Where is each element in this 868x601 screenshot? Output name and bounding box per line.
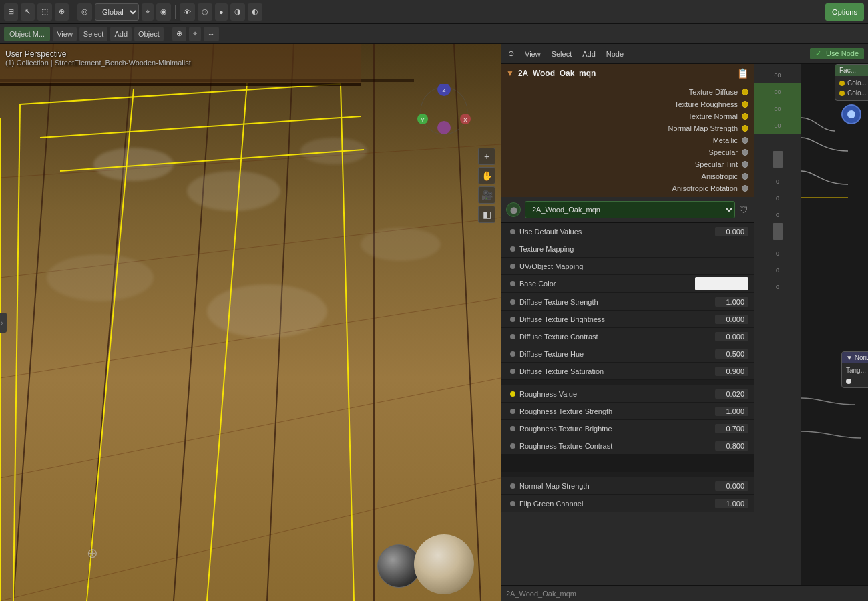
- visibility-btn[interactable]: 👁: [180, 3, 195, 21]
- proportional-btn[interactable]: ◉: [156, 3, 171, 21]
- svg-line-8: [174, 44, 214, 601]
- prop-label-diff-bri: Diffuse Texture Brightness: [519, 315, 712, 323]
- shield-icon: 🛡: [739, 204, 748, 215]
- layout-icon-btn[interactable]: ⊞: [4, 3, 18, 21]
- prop-value-flip-green[interactable]: 1.000: [715, 499, 748, 508]
- prop-diffuse-brightness[interactable]: Diffuse Texture Brightness 0.000: [501, 311, 754, 328]
- num-label-3: 00: [754, 100, 801, 117]
- view-menu-btn[interactable]: View: [53, 27, 77, 41]
- snap-toggle-btn[interactable]: ⌖: [189, 27, 201, 41]
- pivot-icon: ◎: [81, 7, 88, 16]
- prop-value-diff-hue[interactable]: 0.500: [715, 349, 748, 359]
- num-label-8: 0: [776, 206, 779, 223]
- prop-value-diff-con[interactable]: 0.000: [715, 332, 748, 341]
- prop-dot-diff-sat: [510, 369, 515, 374]
- prop-diffuse-saturation[interactable]: Diffuse Texture Saturation 0.900: [501, 363, 754, 380]
- add-menu-btn[interactable]: Add: [110, 27, 132, 41]
- snap-btn[interactable]: ⌖: [142, 3, 154, 21]
- node-select-btn[interactable]: Select: [548, 49, 576, 59]
- node-type-icon: ⬤: [506, 202, 521, 217]
- prop-roughness-contrast[interactable]: Roughness Texture Contrast 0.800: [501, 437, 754, 455]
- prop-label-diff-con: Diffuse Texture Contrast: [519, 333, 712, 341]
- node-selector-dropdown[interactable]: 2A_Wood_Oak_mqn: [525, 201, 735, 218]
- prop-value-rough-bri[interactable]: 0.700: [715, 424, 748, 433]
- prop-base-color[interactable]: Base Color: [501, 275, 754, 293]
- prop-flip-green[interactable]: Flip Green Channel 1.000: [501, 495, 754, 512]
- prop-value-diff-str[interactable]: 1.000: [715, 297, 748, 307]
- socket-row-texture-normal: Texture Normal: [501, 110, 754, 122]
- prop-value-rough-con[interactable]: 0.800: [715, 441, 748, 451]
- node-editor-icon-btn[interactable]: ⊙: [505, 48, 517, 59]
- prop-value-default[interactable]: 0.000: [715, 227, 748, 236]
- prop-dot-uvmap: [510, 264, 515, 269]
- svg-point-17: [361, 228, 441, 261]
- num-label-1: 00: [774, 67, 781, 83]
- prop-label-flip-green: Flip Green Channel: [519, 499, 712, 508]
- node-selector-row: ⬤ 2A_Wood_Oak_mqn 🛡: [501, 197, 754, 223]
- number-strip: 00 00 00 00 0 0 0 0 0 0: [754, 64, 801, 295]
- rendered-view-btn[interactable]: ◧: [478, 206, 495, 223]
- proportional-edit-btn[interactable]: ⊕: [172, 27, 186, 41]
- prop-diffuse-strength[interactable]: Diffuse Texture Strength 1.000: [501, 293, 754, 311]
- pan-btn[interactable]: ✋: [478, 167, 495, 184]
- prop-uv-mapping[interactable]: UV/Object Mapping: [501, 258, 754, 275]
- prop-value-basecolor[interactable]: [695, 277, 748, 290]
- node-card-nori[interactable]: ▼ Nori... Tang...: [841, 351, 868, 388]
- prop-value-rough-str[interactable]: 1.000: [715, 407, 748, 416]
- num-label-4: 00: [754, 117, 801, 134]
- transform-space-select[interactable]: Global: [95, 3, 139, 21]
- node-connector-blue[interactable]: [841, 104, 861, 124]
- zoom-in-btn[interactable]: +: [478, 148, 495, 165]
- prop-value-diff-sat[interactable]: 0.900: [715, 367, 748, 376]
- prop-diffuse-contrast[interactable]: Diffuse Texture Contrast 0.000: [501, 328, 754, 345]
- shading-solid-btn[interactable]: ●: [215, 3, 228, 21]
- prop-use-default[interactable]: Use Default Values 0.000: [501, 223, 754, 240]
- node-graph-partial[interactable]: 00 00 00 00 0 0 0 0 0 0: [754, 64, 868, 601]
- node-card-fac[interactable]: Fac... Colo... Colo...: [835, 64, 868, 101]
- prop-roughness-strength[interactable]: Roughness Texture Strength 1.000: [501, 403, 754, 420]
- transform-icon: ⊕: [59, 7, 65, 16]
- nav-gizmo[interactable]: Z X Y: [417, 84, 471, 140]
- svg-text:X: X: [463, 117, 467, 123]
- cursor-btn[interactable]: ↖: [21, 3, 35, 21]
- select-menu-btn[interactable]: Select: [79, 27, 108, 41]
- xray-btn[interactable]: ◎: [198, 3, 212, 21]
- viewport-3d[interactable]: User Perspective (1) Collection | Street…: [0, 44, 501, 601]
- shading-material-btn[interactable]: ◑: [230, 3, 245, 21]
- object-menu-btn[interactable]: Object: [134, 27, 164, 41]
- socket-row-normal-strength: Normal Map Strength: [501, 122, 754, 134]
- object-mode-btn[interactable]: Object M...: [4, 27, 50, 41]
- prop-dot-flip-green: [510, 501, 515, 506]
- prop-normal-strength[interactable]: Normal Map Strength 0.000: [501, 477, 754, 495]
- prop-value-diff-bri[interactable]: 0.000: [715, 315, 748, 324]
- prop-value-norm-str[interactable]: 0.000: [715, 481, 748, 491]
- top-toolbar: ⊞ ↖ ⬚ ⊕ ◎ Global ⌖ ◉ 👁 ◎ ● ◑ ◐ Options: [0, 0, 868, 24]
- node-add-btn[interactable]: Add: [579, 49, 599, 59]
- prop-dot-texmap: [510, 246, 515, 252]
- use-node-btn[interactable]: ✓ Use Node: [810, 48, 864, 59]
- panel-toggle-arrow[interactable]: ›: [0, 313, 7, 333]
- select-box-btn[interactable]: ⬚: [37, 3, 52, 21]
- pivot-btn[interactable]: ◎: [77, 3, 92, 21]
- options-dropdown-btn[interactable]: Options: [825, 3, 864, 21]
- socket-row-specular-tint: Specular Tint: [501, 158, 754, 170]
- camera-btn[interactable]: 🎥: [478, 186, 495, 204]
- mirror-btn[interactable]: ↔: [204, 27, 219, 41]
- prop-roughness-brightness[interactable]: Roughness Texture Brightne 0.700: [501, 420, 754, 437]
- prop-dot-rough-con: [510, 443, 515, 449]
- node-node-btn[interactable]: Node: [603, 49, 627, 59]
- prop-texture-mapping[interactable]: Texture Mapping: [501, 240, 754, 258]
- select-box-icon: ⬚: [41, 7, 48, 16]
- prop-roughness-value[interactable]: Roughness Value 0.020: [501, 385, 754, 403]
- prop-value-rough-val[interactable]: 0.020: [715, 389, 748, 399]
- node-card-fac-body: Colo... Colo...: [835, 76, 868, 100]
- copy-icon[interactable]: 📋: [737, 68, 748, 79]
- node-graph-left-strip: 00 00 00 00 0 0 0 0 0 0: [754, 64, 801, 601]
- transform-btn[interactable]: ⊕: [55, 3, 69, 21]
- prop-dot-diff-hue: [510, 351, 515, 357]
- prop-dot-norm-str: [510, 483, 515, 489]
- shading-rendered-btn[interactable]: ◐: [248, 3, 262, 21]
- prop-diffuse-hue[interactable]: Diffuse Texture Hue 0.500: [501, 345, 754, 363]
- material-header: ▼ 2A_Wood_Oak_mqn 📋: [501, 64, 754, 83]
- node-view-btn[interactable]: View: [521, 49, 544, 59]
